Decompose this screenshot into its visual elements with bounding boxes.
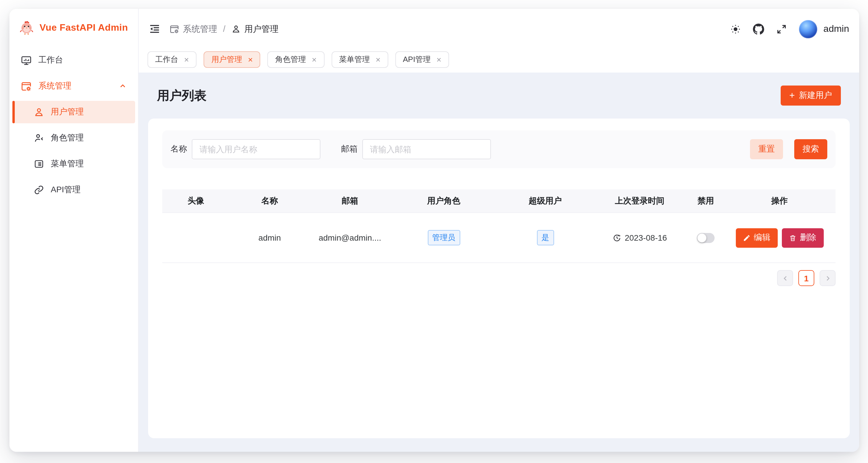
- main-area: 系统管理 / 用户管理: [139, 9, 859, 452]
- reset-button[interactable]: 重置: [750, 139, 783, 159]
- tabs-bar: 工作台 × 用户管理 × 角色管理 × 菜单管理 × API管理 ×: [139, 43, 859, 72]
- tab-menu-management[interactable]: 菜单管理 ×: [331, 51, 388, 68]
- name-filter-label: 名称: [170, 144, 187, 155]
- tab-label: 工作台: [155, 54, 178, 65]
- theme-toggle-sun-icon[interactable]: [730, 23, 741, 34]
- column-header-role: 用户角色: [390, 196, 497, 206]
- cell-superuser: 是: [497, 230, 593, 245]
- sidebar-item-role-management[interactable]: 角色管理: [14, 127, 133, 149]
- fullscreen-expand-icon[interactable]: [776, 23, 787, 34]
- sidebar-item-api-management[interactable]: API管理: [14, 179, 133, 201]
- sidebar-item-label: 工作台: [38, 55, 63, 65]
- tab-close-icon[interactable]: ×: [248, 56, 253, 64]
- sidebar-item-label: 用户管理: [51, 107, 84, 118]
- cell-role: 管理员: [390, 230, 497, 245]
- user-list-card: 名称 邮箱 重置 搜索 头像 名称 邮箱 用户角色: [148, 119, 850, 438]
- create-user-label: 新建用户: [799, 90, 832, 101]
- tab-workbench[interactable]: 工作台 ×: [148, 51, 196, 68]
- column-header-avatar: 头像: [162, 196, 229, 206]
- column-header-last-login: 上次登录时间: [593, 196, 686, 206]
- chevron-right-icon: [824, 274, 831, 282]
- app-logo[interactable]: Vue FastAPI Admin: [9, 9, 138, 46]
- app-title: Vue FastAPI Admin: [39, 23, 128, 33]
- pagination: 1: [162, 270, 836, 286]
- topbar-right: admin: [730, 20, 849, 38]
- tab-label: 用户管理: [211, 54, 242, 65]
- tab-close-icon[interactable]: ×: [376, 56, 380, 64]
- breadcrumb-label: 系统管理: [183, 23, 217, 34]
- sidebar-item-user-management[interactable]: 用户管理: [12, 101, 135, 123]
- disabled-toggle[interactable]: [697, 233, 715, 243]
- pencil-icon: [743, 234, 750, 241]
- table-header-row: 头像 名称 邮箱 用户角色 超级用户 上次登录时间 禁用 操作: [162, 189, 836, 213]
- sidebar-menu: 工作台 系统管理: [9, 46, 138, 205]
- email-filter-input[interactable]: [362, 139, 491, 159]
- tab-close-icon[interactable]: ×: [184, 56, 189, 64]
- column-header-name: 名称: [229, 196, 310, 206]
- toggle-knob: [698, 233, 706, 242]
- pagination-page-1[interactable]: 1: [798, 270, 814, 286]
- pagination-next-button[interactable]: [819, 270, 836, 286]
- tab-close-icon[interactable]: ×: [436, 56, 441, 64]
- avatar: [799, 20, 817, 38]
- sidebar: Vue FastAPI Admin 工作台: [9, 9, 139, 452]
- edit-button[interactable]: 编辑: [736, 228, 777, 247]
- topbar-left: 系统管理 / 用户管理: [149, 23, 279, 35]
- tab-close-icon[interactable]: ×: [312, 56, 317, 64]
- create-user-button[interactable]: + 新建用户: [780, 86, 841, 106]
- chevron-left-icon: [781, 274, 788, 282]
- sidebar-item-system[interactable]: 系统管理: [14, 75, 133, 97]
- workbench-monitor-icon: [21, 55, 32, 66]
- breadcrumb-item-users[interactable]: 用户管理: [231, 23, 279, 34]
- column-header-disabled: 禁用: [686, 196, 725, 206]
- cell-actions: 编辑 删除: [725, 228, 834, 247]
- api-link-icon: [33, 184, 44, 196]
- pagination-prev-button[interactable]: [777, 270, 793, 286]
- user-menu[interactable]: admin: [799, 20, 849, 38]
- role-tag: 管理员: [428, 230, 460, 245]
- page-title: 用户列表: [157, 87, 207, 104]
- column-header-email: 邮箱: [310, 196, 390, 206]
- superuser-tag: 是: [537, 230, 554, 245]
- sidebar-collapse-icon[interactable]: [149, 23, 160, 35]
- menu-list-icon: [33, 158, 44, 170]
- last-login-date: 2023-08-16: [625, 233, 667, 242]
- chevron-up-icon: [119, 82, 127, 90]
- breadcrumb-label: 用户管理: [244, 23, 279, 34]
- table-row: admin admin@admin.... 管理员 是: [162, 213, 836, 263]
- tab-label: 角色管理: [275, 54, 306, 65]
- cell-name: admin: [229, 233, 310, 242]
- page-header: 用户列表 + 新建用户: [148, 85, 850, 106]
- sidebar-item-label: 菜单管理: [51, 159, 84, 169]
- clock-history-icon: [612, 233, 621, 242]
- sidebar-item-workbench[interactable]: 工作台: [14, 49, 133, 71]
- user-icon: [231, 24, 241, 34]
- delete-label: 删除: [800, 232, 816, 243]
- role-user-icon: [33, 132, 44, 144]
- system-window-gear-icon: [21, 80, 32, 92]
- tab-label: 菜单管理: [339, 54, 370, 65]
- app-stage: Vue FastAPI Admin 工作台: [0, 0, 868, 463]
- trash-icon: [788, 234, 796, 241]
- username: admin: [824, 24, 849, 34]
- users-table: 头像 名称 邮箱 用户角色 超级用户 上次登录时间 禁用 操作 admin: [162, 189, 836, 263]
- tab-role-management[interactable]: 角色管理 ×: [268, 51, 324, 68]
- email-filter-label: 邮箱: [341, 144, 358, 155]
- tab-api-management[interactable]: API管理 ×: [395, 51, 449, 68]
- chick-mascot-icon: [19, 20, 34, 35]
- search-button[interactable]: 搜索: [794, 139, 827, 159]
- delete-button[interactable]: 删除: [781, 228, 824, 247]
- user-icon: [33, 106, 44, 118]
- name-filter-input[interactable]: [192, 139, 320, 159]
- plus-icon: +: [789, 90, 795, 101]
- github-icon[interactable]: [753, 23, 765, 34]
- breadcrumb-item-system[interactable]: 系统管理: [169, 23, 217, 34]
- search-filter-panel: 名称 邮箱 重置 搜索: [162, 130, 836, 168]
- cell-disabled: [686, 233, 725, 243]
- tab-label: API管理: [403, 54, 431, 65]
- app-window: Vue FastAPI Admin 工作台: [9, 9, 859, 452]
- tab-user-management[interactable]: 用户管理 ×: [204, 51, 260, 68]
- system-window-gear-icon: [169, 24, 179, 34]
- column-header-actions: 操作: [725, 196, 834, 206]
- sidebar-item-menu-management[interactable]: 菜单管理: [14, 153, 133, 175]
